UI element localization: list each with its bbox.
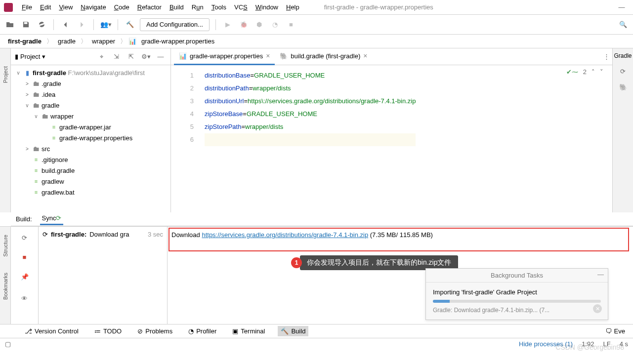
profile-button[interactable]: ◔ — [269, 19, 281, 31]
tw-problems[interactable]: ⊘ Problems — [134, 326, 175, 336]
view-icon[interactable]: 👁 — [19, 292, 31, 304]
editor-area: 📊 gradle-wrapper.properties × 🐘 build.gr… — [171, 48, 612, 212]
close-tab-icon[interactable]: × — [363, 52, 367, 60]
menu-file[interactable]: File — [19, 2, 35, 12]
status-icon[interactable]: ▢ — [5, 340, 11, 348]
check-icon: ✔⁓ — [566, 68, 578, 76]
tw-terminal[interactable]: ▣ Terminal — [229, 326, 268, 336]
background-tasks-popup: Background Tasks— Importing 'first-gradl… — [425, 268, 608, 320]
menu-window[interactable]: Window — [253, 2, 281, 12]
gradle-icon[interactable]: 🐘 — [617, 81, 629, 93]
tw-version-control[interactable]: ⎇ Version Control — [22, 326, 82, 336]
tw-profiler[interactable]: ◔ Profiler — [185, 326, 219, 336]
project-panel-title[interactable]: ▮ Project ▾ — [15, 53, 45, 60]
crumb-3[interactable]: gradle-wrapper.properties — [138, 37, 217, 46]
tree-item[interactable]: gradle-wrapper.properties — [11, 132, 170, 143]
menu-navigate[interactable]: Navigate — [78, 2, 109, 12]
debug-button[interactable]: 🐞 — [238, 19, 250, 31]
hammer-icon[interactable]: 🔨 — [124, 19, 136, 31]
save-icon[interactable] — [20, 19, 32, 31]
menu-code[interactable]: Code — [111, 2, 132, 12]
search-everywhere-icon[interactable]: 🔍 — [617, 19, 629, 31]
collapse-icon[interactable]: ⇱ — [125, 51, 137, 63]
open-icon[interactable] — [4, 19, 16, 31]
back-button[interactable] — [60, 19, 72, 31]
menu-vcs[interactable]: VCS — [231, 2, 251, 12]
minimize-icon[interactable]: — — [597, 271, 604, 278]
project-tree[interactable]: v first-gradle F:\work\stuJava\gradle\fi… — [11, 65, 170, 212]
target-icon[interactable]: ⌖ — [95, 51, 107, 63]
forward-button[interactable] — [76, 19, 87, 31]
code-editor[interactable]: 123456 distributionBase=GRADLE_USER_HOME… — [171, 65, 612, 212]
tw-todo[interactable]: ≔ TODO — [91, 326, 125, 336]
tree-item[interactable]: gradlew — [11, 176, 170, 187]
build-task-row[interactable]: ⟳ first-gradle: Download gra 3 sec — [42, 231, 163, 238]
crumb-2[interactable]: wrapper — [89, 37, 118, 46]
file-icon — [32, 167, 40, 174]
expand-icon[interactable]: ⇲ — [110, 51, 122, 63]
menu-view[interactable]: View — [56, 2, 76, 12]
sync-icon[interactable] — [36, 19, 47, 31]
menu-refactor[interactable]: Refactor — [134, 2, 165, 12]
line-numbers: 123456 — [171, 65, 201, 212]
menu-run[interactable]: Run — [189, 2, 207, 12]
sidebar-gradle-button[interactable]: Gradle — [614, 52, 632, 59]
tab-gradle-wrapper-properties[interactable]: 📊 gradle-wrapper.properties × — [174, 48, 275, 65]
next-highlight-icon[interactable]: ˅ — [600, 68, 603, 76]
tree-item[interactable]: vgradle — [11, 100, 170, 111]
folder-icon — [32, 102, 40, 109]
reload-icon[interactable]: ⟳ — [617, 65, 629, 77]
folder-icon — [32, 80, 40, 87]
run-button[interactable]: ▶ — [222, 19, 234, 31]
tree-root[interactable]: v first-gradle F:\work\stuJava\gradle\fi… — [11, 67, 170, 78]
hide-panel-icon[interactable]: — — [155, 51, 167, 63]
menu-edit[interactable]: Edit — [37, 2, 54, 12]
bottom-tool-bar: ⎇ Version Control ≔ TODO ⊘ Problems ◔ Pr… — [0, 324, 633, 338]
tree-item[interactable]: >.gradle — [11, 78, 170, 89]
run-config-button[interactable]: Add Configuration... — [140, 18, 210, 31]
prev-highlight-icon[interactable]: ˄ — [591, 68, 595, 76]
refresh-icon[interactable]: ⟳ — [19, 232, 31, 243]
menu-tools[interactable]: Tools — [209, 2, 229, 12]
settings-icon[interactable]: ⚙▾ — [140, 51, 152, 63]
vcs-update-icon[interactable]: 👥▾ — [100, 19, 112, 31]
props-file-icon: 📊 — [179, 52, 187, 59]
spinner-icon: ⟳ — [42, 231, 48, 238]
menu-build[interactable]: Build — [167, 2, 187, 12]
sidebar-project-button[interactable]: Project — [2, 63, 8, 86]
tab-options-icon[interactable]: ⋮ — [600, 51, 612, 63]
tree-item[interactable]: gradle-wrapper.jar — [11, 121, 170, 132]
cancel-task-icon[interactable]: ✕ — [593, 304, 602, 313]
build-output[interactable]: Download https://services.gradle.org/dis… — [167, 227, 633, 324]
tree-item[interactable]: .gitignore — [11, 154, 170, 165]
tree-item[interactable]: >src — [11, 143, 170, 154]
stop-button[interactable]: ■ — [285, 19, 297, 31]
tree-item[interactable]: >.idea — [11, 89, 170, 100]
build-tree[interactable]: ⟳ first-gradle: Download gra 3 sec — [39, 227, 167, 324]
stop-icon[interactable]: ■ — [23, 253, 27, 261]
gradle-file-icon: 🐘 — [280, 52, 288, 59]
module-icon — [23, 69, 31, 76]
annotation-badge: 1 — [291, 257, 302, 268]
build-sync-tab[interactable]: Sync⟳ — [40, 213, 64, 225]
tree-item[interactable]: build.gradle — [11, 165, 170, 176]
close-tab-icon[interactable]: × — [266, 52, 270, 60]
tree-item[interactable]: gradlew.bat — [11, 187, 170, 198]
menu-help[interactable]: Help — [283, 2, 302, 12]
bgtasks-title: Background Tasks — [491, 272, 543, 279]
tw-build[interactable]: 🔨 Build — [278, 326, 308, 336]
sidebar-bookmarks-button[interactable]: Bookmarks — [2, 270, 8, 303]
sidebar-structure-button[interactable]: Structure — [2, 232, 8, 260]
file-icon — [32, 178, 40, 185]
inspection-badges[interactable]: ✔⁓2 ˄ ˅ — [566, 68, 603, 76]
minimize-button[interactable]: — — [614, 3, 629, 11]
left-tool-strip: Project — [0, 48, 11, 212]
tab-build-gradle[interactable]: 🐘 build.gradle (first-gradle) × — [275, 48, 372, 65]
tw-event-log[interactable]: 🗨 Eve — [602, 326, 628, 336]
tree-item[interactable]: vwrapper — [11, 111, 170, 121]
crumb-1[interactable]: gradle — [55, 37, 79, 46]
coverage-button[interactable]: ⬢ — [253, 19, 265, 31]
pin-icon[interactable]: 📌 — [19, 271, 31, 283]
crumb-0[interactable]: first-gradle — [5, 37, 44, 46]
project-panel: ▮ Project ▾ ⌖ ⇲ ⇱ ⚙▾ — v first-gradle F:… — [11, 48, 171, 212]
